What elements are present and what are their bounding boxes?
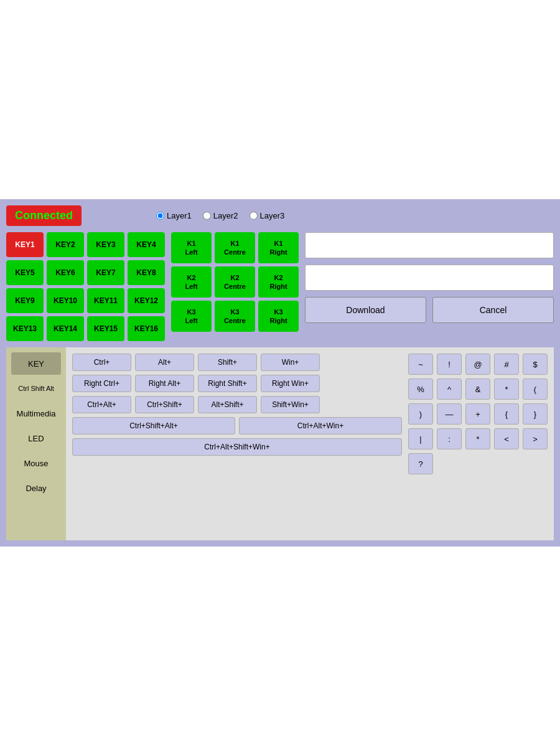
sidebar-item-key[interactable]: KEY — [11, 352, 61, 375]
mod-row-3: Ctrl+Alt+ Ctrl+Shift+ Alt+Shift+ Shift+W… — [72, 396, 402, 413]
key-btn-KEY4[interactable]: KEY4 — [128, 232, 165, 257]
char-dollar[interactable]: $ — [523, 354, 548, 375]
key-btn-KEY2[interactable]: KEY2 — [47, 232, 84, 257]
right-win-plus-btn[interactable]: Right Win+ — [261, 375, 320, 392]
k1-right-btn[interactable]: K1Right — [258, 232, 299, 263]
download-button[interactable]: Download — [305, 297, 426, 323]
char-asterisk[interactable]: * — [494, 378, 519, 400]
char-rparen[interactable]: ) — [408, 403, 433, 425]
key-btn-KEY8[interactable]: KEY8 — [128, 260, 165, 285]
input-area: Download Cancel — [305, 232, 554, 341]
sidebar-item-mouse[interactable]: Mouse — [11, 452, 61, 474]
ctrl-alt-win-plus-btn[interactable]: Ctrl+Alt+Win+ — [239, 417, 402, 435]
ctrl-shift-plus-btn[interactable]: Ctrl+Shift+ — [135, 396, 194, 413]
ctrl-alt-shift-win-plus-btn[interactable]: Ctrl+Alt+Shift+Win+ — [72, 438, 402, 456]
layer3-label: Layer3 — [260, 211, 285, 220]
char-percent[interactable]: % — [408, 378, 433, 400]
char-hash[interactable]: # — [494, 354, 519, 375]
win-plus-btn[interactable]: Win+ — [261, 354, 320, 371]
modifier-buttons: Ctrl+ Alt+ Shift+ Win+ Right Ctrl+ Right… — [72, 354, 402, 474]
char-lt[interactable]: < — [494, 428, 519, 449]
key-btn-KEY5[interactable]: KEY5 — [6, 260, 44, 285]
key-btn-KEY11[interactable]: KEY11 — [87, 288, 124, 313]
k3-left-btn[interactable]: K3Left — [171, 301, 212, 332]
char-question[interactable]: ? — [408, 453, 433, 474]
layer1-radio-input[interactable] — [156, 212, 164, 220]
keys-and-config: KEY1 KEY2 KEY3 KEY4 KEY5 KEY6 KEY7 KEY8 … — [6, 232, 554, 341]
main-container: Connected Layer1 Layer2 Layer3 KEY1 KEY2… — [0, 199, 560, 547]
key-btn-KEY10[interactable]: KEY10 — [47, 288, 84, 313]
ctrl-alt-plus-btn[interactable]: Ctrl+Alt+ — [72, 396, 131, 413]
layer3-radio-input[interactable] — [250, 212, 258, 220]
ctrl-shift-alt-plus-btn[interactable]: Ctrl+Shift+Alt+ — [72, 417, 235, 435]
shift-win-plus-btn[interactable]: Shift+Win+ — [261, 396, 320, 413]
k2-centre-btn[interactable]: K2Centre — [215, 266, 255, 298]
cancel-button[interactable]: Cancel — [432, 297, 554, 323]
layer2-label: Layer2 — [213, 211, 238, 220]
alt-plus-btn[interactable]: Alt+ — [135, 354, 194, 371]
connected-badge: Connected — [6, 205, 82, 226]
special-chars: ~ ! @ # $ % ^ & * ( ) — — [408, 354, 548, 474]
k3-right-btn[interactable]: K3Right — [258, 301, 299, 332]
k1-left-btn[interactable]: K1Left — [171, 232, 212, 263]
key-btn-KEY9[interactable]: KEY9 — [6, 288, 44, 313]
key-btn-KEY6[interactable]: KEY6 — [47, 260, 84, 285]
ctrl-plus-btn[interactable]: Ctrl+ — [72, 354, 131, 371]
layer1-label: Layer1 — [167, 211, 192, 220]
right-ctrl-plus-btn[interactable]: Right Ctrl+ — [72, 375, 131, 392]
key-btn-KEY13[interactable]: KEY13 — [6, 316, 44, 341]
modifier-rows: Ctrl+ Alt+ Shift+ Win+ Right Ctrl+ Right… — [72, 354, 402, 456]
sidebar-item-led[interactable]: LED — [11, 427, 61, 449]
char-exclaim[interactable]: ! — [437, 354, 462, 375]
char-plus[interactable]: + — [465, 403, 490, 425]
key-btn-KEY1[interactable]: KEY1 — [6, 232, 44, 257]
char-row-3: ) — + { } — [408, 403, 548, 425]
download-cancel: Download Cancel — [305, 297, 554, 323]
char-row-1: ~ ! @ # $ — [408, 354, 548, 375]
char-ampersand[interactable]: & — [465, 378, 490, 400]
sidebar-item-delay[interactable]: Delay — [11, 477, 61, 499]
k3-centre-btn[interactable]: K3Centre — [215, 301, 255, 332]
shift-plus-btn[interactable]: Shift+ — [198, 354, 257, 371]
char-rbrace[interactable]: } — [523, 403, 548, 425]
char-lbrace[interactable]: { — [494, 403, 519, 425]
char-gt[interactable]: > — [523, 428, 548, 449]
layer2-radio-input[interactable] — [203, 212, 211, 220]
top-whitespace — [0, 0, 560, 199]
sidebar-item-ctrlshiftalt[interactable]: Ctrl Shift Alt — [11, 377, 61, 400]
right-shift-plus-btn[interactable]: Right Shift+ — [198, 375, 257, 392]
right-alt-plus-btn[interactable]: Right Alt+ — [135, 375, 194, 392]
bottom-panel: KEY Ctrl Shift Alt Multimedia LED Mouse … — [6, 347, 554, 540]
key-btn-KEY14[interactable]: KEY14 — [47, 316, 84, 341]
k1-centre-btn[interactable]: K1Centre — [215, 232, 255, 263]
char-row-4: | : * < > — [408, 428, 548, 449]
layer2-radio[interactable]: Layer2 — [203, 211, 238, 220]
char-lparen[interactable]: ( — [523, 378, 548, 400]
layer3-radio[interactable]: Layer3 — [250, 211, 285, 220]
sidebar-item-multimedia[interactable]: Multimedia — [11, 402, 61, 425]
k-grid: K1Left K1Centre K1Right K2Left K2Centre … — [171, 232, 299, 341]
key-grid: KEY1 KEY2 KEY3 KEY4 KEY5 KEY6 KEY7 KEY8 … — [6, 232, 165, 341]
mod-row-2: Right Ctrl+ Right Alt+ Right Shift+ Righ… — [72, 375, 402, 392]
char-caret[interactable]: ^ — [437, 378, 462, 400]
alt-shift-plus-btn[interactable]: Alt+Shift+ — [198, 396, 257, 413]
char-at[interactable]: @ — [465, 354, 490, 375]
char-row-5: ? — [408, 453, 548, 474]
k2-right-btn[interactable]: K2Right — [258, 266, 299, 298]
key-btn-KEY15[interactable]: KEY15 — [87, 316, 124, 341]
sidebar: KEY Ctrl Shift Alt Multimedia LED Mouse … — [6, 347, 66, 540]
config-input-row2[interactable] — [305, 265, 554, 291]
key-btn-KEY7[interactable]: KEY7 — [87, 260, 124, 285]
layer-radios: Layer1 Layer2 Layer3 — [156, 211, 284, 220]
layer1-radio[interactable]: Layer1 — [156, 211, 192, 220]
key-btn-KEY3[interactable]: KEY3 — [87, 232, 124, 257]
char-emdash[interactable]: — — [437, 403, 462, 425]
char-tilde[interactable]: ~ — [408, 354, 433, 375]
config-input-row1[interactable] — [305, 232, 554, 258]
key-btn-KEY16[interactable]: KEY16 — [128, 316, 165, 341]
char-pipe[interactable]: | — [408, 428, 433, 449]
char-colon[interactable]: : — [437, 428, 462, 449]
char-asterisk2[interactable]: * — [465, 428, 490, 449]
k2-left-btn[interactable]: K2Left — [171, 266, 212, 298]
key-btn-KEY12[interactable]: KEY12 — [128, 288, 165, 313]
